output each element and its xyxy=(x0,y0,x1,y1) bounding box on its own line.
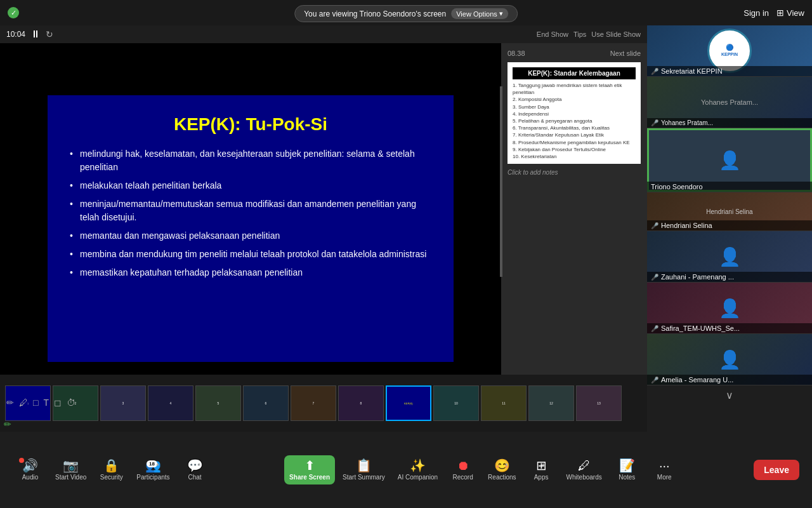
notes-button[interactable]: 📝 Notes xyxy=(610,455,645,485)
participant-card-safira: 👤 🎤 Safira_TEM-UWHS_Se... xyxy=(647,283,812,334)
participant-name-sekretariat: 🎤 Sekretariat KEPPIN xyxy=(647,66,812,76)
use-slideshow-link[interactable]: Use Slide Show xyxy=(591,30,641,38)
chat-button[interactable]: 💬 ▲ Chat xyxy=(178,455,213,485)
participant-name-hendriani: 🎤 Hendriani Selina xyxy=(647,220,812,231)
mic-off-icon-2: 🎤 xyxy=(651,119,658,126)
next-slide-label: Next slide xyxy=(610,50,641,57)
pencil-icon[interactable]: ✏ xyxy=(6,398,14,408)
main-presentation-area: 10:04 ⏸ ↻ End Show Tips Use Slide Show ✏… xyxy=(0,25,647,432)
viewing-text: You are viewing Triono Soendoro's screen xyxy=(304,10,446,18)
next-slide-preview[interactable]: KEP(K): Standar Kelembagaan 1. Tanggung … xyxy=(508,62,641,164)
notes-label: Notes xyxy=(619,474,635,481)
slide-bullets: melindungi hak, keselamatan, dan kesejah… xyxy=(70,147,431,279)
mic-icon-zauhani: 🎤 xyxy=(651,274,658,281)
scroll-down-indicator[interactable]: ∨ xyxy=(647,385,812,405)
thumbnail-8[interactable]: 8 xyxy=(338,385,384,421)
status-indicator: ✓ xyxy=(8,7,19,18)
participant-card-amelia: 👤 🎤 Amelia - Semarang U... xyxy=(647,334,812,385)
tips-link[interactable]: Tips xyxy=(573,30,586,38)
participants-button[interactable]: 👥 18 ▲ Participants xyxy=(131,455,174,485)
slide-title: KEP(K): Tu-Pok-Si xyxy=(70,114,431,135)
participant-name-safira: 🎤 Safira_TEM-UWHS_Se... xyxy=(647,323,812,333)
triono-video: 👤 xyxy=(719,150,741,171)
thumbnail-6[interactable]: 6 xyxy=(243,385,289,421)
start-summary-button[interactable]: 📋 Start Summary xyxy=(337,455,390,485)
start-video-label: Start Video xyxy=(55,474,86,481)
mic-icon-safira: 🎤 xyxy=(651,325,658,332)
reactions-button[interactable]: 😊 ▲ Reactions xyxy=(483,455,521,485)
security-icon: 🔒 xyxy=(103,459,119,472)
share-screen-button[interactable]: ⬆ Share Screen xyxy=(284,455,335,485)
start-video-button[interactable]: 📷 ▲ Start Video xyxy=(50,455,91,485)
summary-icon: 📋 xyxy=(356,459,372,472)
thumbnail-13[interactable]: 13 xyxy=(576,385,622,421)
participant-card-hendriani: Hendriani Selina 🎤 Hendriani Selina xyxy=(647,192,812,231)
security-label: Security xyxy=(100,474,123,481)
viewing-banner: You are viewing Triono Soendoro's screen… xyxy=(294,5,518,22)
highlighter-icon[interactable]: 🖊 xyxy=(19,398,28,408)
next-slide-header: 08.38 Next slide xyxy=(508,50,641,57)
audio-button[interactable]: 🔊 ▲ Audio xyxy=(13,455,48,485)
chevron-down-icon: ▾ xyxy=(499,10,503,18)
zauhani-video: 👤 xyxy=(719,246,741,267)
leave-button[interactable]: Leave xyxy=(754,460,799,480)
toolbar-center-group: ⬆ Share Screen 📋 Start Summary ✨ AI Comp… xyxy=(284,455,682,485)
toolbar-main: 🔊 ▲ Audio 📷 ▲ Start Video 🔒 Security xyxy=(0,432,812,508)
security-button[interactable]: 🔒 Security xyxy=(94,455,129,485)
thumbnail-4[interactable]: 4 xyxy=(148,385,193,421)
amelia-video: 👤 xyxy=(719,349,741,370)
refresh-button[interactable]: ↻ xyxy=(46,29,53,39)
more-button[interactable]: ··· More xyxy=(647,455,682,485)
thumbnail-12[interactable]: 12 xyxy=(528,385,574,421)
thumbnail-5[interactable]: 5 xyxy=(195,385,241,421)
apps-label: Apps xyxy=(534,474,549,481)
view-toggle[interactable]: ⊞ View xyxy=(776,8,804,18)
thumbnail-9-active[interactable]: KEP(K) xyxy=(386,385,431,421)
shapes-icon[interactable]: □ xyxy=(33,398,38,408)
thumbnail-strip[interactable]: 1 2 3 4 5 6 7 8 KEP(K) 10 11 12 13 ✏ xyxy=(0,375,647,432)
top-bar-right: Sign in ⊞ View xyxy=(743,8,804,18)
participant-card-sekretariat: 🔵 KEPPIN 🎤 Sekretariat KEPPIN xyxy=(647,25,812,77)
bottom-toolbar: 🔊 ▲ Audio 📷 ▲ Start Video 🔒 Security xyxy=(0,432,812,508)
next-slide-title: KEP(K): Standar Kelembagaan xyxy=(513,67,636,79)
view-options-button[interactable]: View Options ▾ xyxy=(451,8,508,19)
pause-button[interactable]: ⏸ xyxy=(30,29,41,40)
pen-tool-icon[interactable]: ✏ xyxy=(4,419,11,429)
thumbnail-3[interactable]: 3 xyxy=(100,385,146,421)
timer-icon[interactable]: ⏱ xyxy=(67,398,75,408)
slide-note-prompt[interactable]: Click to add notes xyxy=(508,169,641,176)
participant-name-zauhani: 🎤 Zauhani - Pamenang ... xyxy=(647,272,812,282)
participant-card-zauhani: 👤 🎤 Zauhani - Pamenang ... xyxy=(647,231,812,283)
bullet-2: melakukan telaah penelitian berkala xyxy=(70,179,431,192)
slide-content: KEP(K): Tu-Pok-Si melindungi hak, kesela… xyxy=(48,95,454,362)
text-icon[interactable]: T xyxy=(43,398,49,408)
thumbnail-10[interactable]: 10 xyxy=(433,385,479,421)
whiteboards-label: Whiteboards xyxy=(566,474,602,481)
more-icon: ··· xyxy=(659,459,670,472)
record-button[interactable]: ⏺ Record xyxy=(445,455,480,485)
reactions-caret-icon: ▲ xyxy=(504,462,509,466)
whiteboards-caret-icon: ▲ xyxy=(585,462,589,466)
ai-companion-button[interactable]: ✨ AI Companion xyxy=(393,455,443,485)
participant-card-yohanes: Yohanes Pratam... 🎤 Yohanes Pratam... xyxy=(647,77,812,128)
thumbnail-7[interactable]: 7 xyxy=(291,385,336,421)
end-show-link[interactable]: End Show xyxy=(537,30,568,38)
record-label: Record xyxy=(452,474,473,481)
panel-divider[interactable] xyxy=(500,86,502,277)
eraser-icon[interactable]: ◻ xyxy=(54,398,62,408)
participant-name-yohanes: 🎤 Yohanes Pratam... xyxy=(647,118,812,128)
more-label: More xyxy=(657,474,672,481)
apps-caret-icon: ▲ xyxy=(541,462,546,466)
thumbnail-11[interactable]: 11 xyxy=(481,385,527,421)
slide-edit-tools: ✏ 🖊 □ T ◻ ⏱ xyxy=(6,398,75,408)
bullet-3: meninjau/memantau/memutuskan semua modif… xyxy=(70,197,431,224)
mic-icon-hendriani: 🎤 xyxy=(651,222,658,229)
apps-button[interactable]: ⊞ ▲ Apps xyxy=(524,455,559,485)
bullet-4: memantau dan mengawasi pelaksanaan penel… xyxy=(70,229,431,243)
next-slide-items: 1. Tanggung jawab mendirikan sistem tela… xyxy=(513,82,636,160)
chat-label: Chat xyxy=(188,474,201,481)
right-sidebar: 🔵 KEPPIN 🎤 Sekretariat KEPPIN Yohanes Pr… xyxy=(647,25,812,432)
whiteboards-button[interactable]: 🖊 ▲ Whiteboards xyxy=(561,455,607,485)
bullet-1: melindungi hak, keselamatan, dan kesejah… xyxy=(70,147,431,174)
sign-in-link[interactable]: Sign in xyxy=(743,8,769,18)
